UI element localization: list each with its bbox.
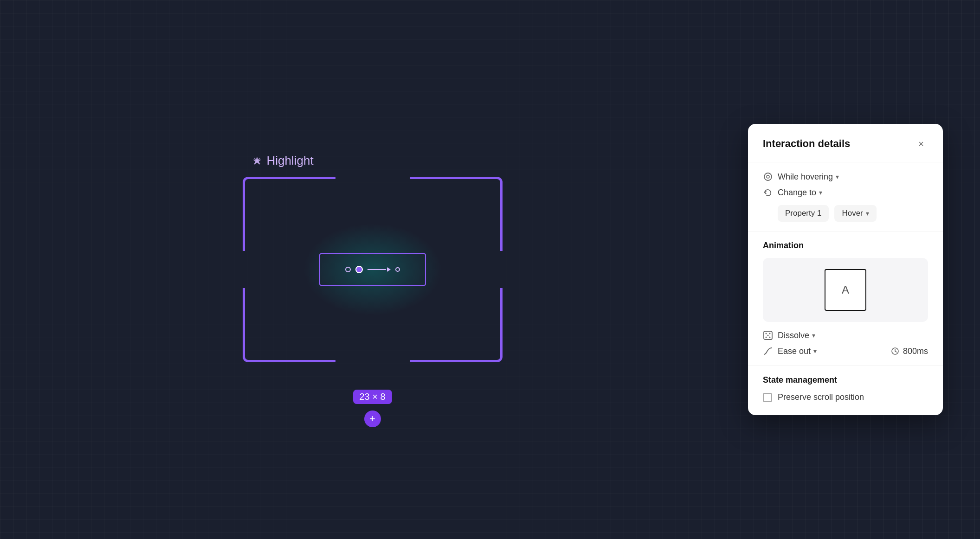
- trigger-row: While hovering ▾: [763, 172, 928, 182]
- ease-text: Ease out: [778, 346, 811, 356]
- dot-current: [355, 266, 363, 273]
- action-chevron: ▾: [819, 189, 822, 196]
- preview-box: A: [825, 269, 866, 311]
- corner-bracket-tr: [465, 177, 503, 214]
- edge-bottom-right: [410, 360, 465, 362]
- timer-icon: [891, 347, 899, 355]
- trigger-label[interactable]: While hovering ▾: [778, 172, 839, 182]
- component-box[interactable]: [319, 253, 426, 286]
- action-text: Change to: [778, 188, 816, 198]
- edge-left-bottom: [243, 288, 245, 325]
- action-icon: [763, 187, 773, 198]
- trigger-icon: [763, 172, 773, 182]
- dot-end: [395, 267, 400, 272]
- dissolve-row: Dissolve ▾: [763, 330, 928, 340]
- preserve-scroll-label: Preserve scroll position: [778, 392, 864, 402]
- edge-left-top: [243, 214, 245, 251]
- property-pill[interactable]: Property 1: [778, 205, 829, 222]
- corner-bracket-tl: [243, 177, 280, 214]
- plus-button[interactable]: +: [364, 411, 381, 427]
- state-management-section: State management Preserve scroll positio…: [748, 366, 943, 415]
- edge-top-left: [280, 177, 335, 179]
- svg-point-1: [767, 175, 769, 178]
- svg-point-7: [769, 337, 771, 338]
- dissolve-icon: [763, 330, 773, 340]
- property-row: Property 1 Hover ▾: [763, 205, 928, 222]
- svg-point-5: [767, 335, 769, 336]
- time-group: 800ms: [891, 346, 928, 356]
- interaction-details-panel: Interaction details × While hovering ▾ C…: [748, 124, 943, 415]
- selection-frame: Highlight 23 × 8 +: [243, 177, 503, 362]
- trigger-action-section: While hovering ▾ Change to ▾ Property 1 …: [748, 162, 943, 231]
- ease-curve-icon: [763, 346, 773, 356]
- svg-point-4: [769, 333, 771, 334]
- hover-state-pill[interactable]: Hover ▾: [834, 205, 876, 222]
- edge-right-top: [500, 214, 503, 251]
- checkbox-row: Preserve scroll position: [763, 392, 928, 402]
- action-label[interactable]: Change to ▾: [778, 188, 822, 198]
- corner-bracket-br: [465, 325, 503, 362]
- highlight-text: Highlight: [267, 154, 314, 168]
- svg-point-0: [764, 173, 772, 180]
- edge-bottom-left: [280, 360, 335, 362]
- arrow-line: [368, 267, 391, 272]
- highlight-label: Highlight: [252, 154, 314, 168]
- svg-point-6: [766, 337, 767, 338]
- state-management-title: State management: [763, 375, 928, 385]
- size-badge: 23 × 8: [353, 390, 392, 404]
- trigger-text: While hovering: [778, 172, 833, 182]
- ease-chevron: ▾: [813, 347, 817, 355]
- state-text: Hover: [842, 209, 863, 218]
- dissolve-label[interactable]: Dissolve ▾: [778, 331, 815, 340]
- trigger-chevron: ▾: [836, 173, 839, 180]
- corner-bracket-bl: [243, 325, 280, 362]
- animation-preview: A: [763, 258, 928, 322]
- animation-title: Animation: [763, 241, 928, 250]
- arrow-head: [387, 267, 391, 272]
- close-button[interactable]: ×: [914, 137, 928, 151]
- ease-row: Ease out ▾ 800ms: [763, 346, 928, 356]
- dissolve-chevron: ▾: [812, 332, 815, 339]
- animation-section: Animation A Dissolve ▾: [748, 231, 943, 366]
- ease-label[interactable]: Ease out ▾: [778, 346, 817, 356]
- edge-right-bottom: [500, 288, 503, 325]
- highlight-icon: [252, 156, 262, 166]
- arrow-shaft: [368, 269, 386, 270]
- action-row: Change to ▾: [763, 187, 928, 198]
- preserve-scroll-checkbox[interactable]: [763, 393, 772, 402]
- edge-top-right: [410, 177, 465, 179]
- state-chevron: ▾: [866, 210, 869, 217]
- dissolve-text: Dissolve: [778, 331, 809, 340]
- dot-start: [345, 267, 351, 272]
- time-value[interactable]: 800ms: [903, 346, 928, 356]
- svg-point-3: [766, 333, 767, 334]
- panel-header: Interaction details ×: [748, 124, 943, 162]
- panel-title: Interaction details: [763, 138, 850, 150]
